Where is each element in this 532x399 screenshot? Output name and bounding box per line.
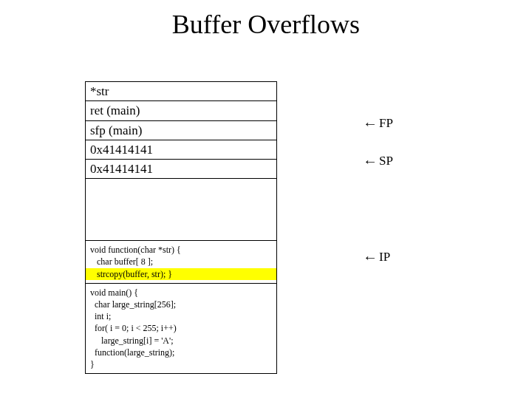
stack-table: *str ret (main) sfp (main) 0x41414141 0x… <box>85 81 277 374</box>
pointer-sp: ← SP <box>363 154 393 168</box>
code-line: void function(char *str) { <box>90 245 181 255</box>
pointer-label: FP <box>379 116 393 131</box>
cell-function-code: void function(char *str) { char buffer[ … <box>86 240 276 283</box>
cell-buf2: 0x41414141 <box>86 159 276 178</box>
arrow-left-icon: ← <box>363 250 378 265</box>
code-line: void main() { <box>90 287 138 298</box>
cell-main-code: void main() { char large_string[256]; in… <box>86 283 276 373</box>
code-line-highlight: strcopy(buffer, str); } <box>86 268 276 280</box>
pointer-label: IP <box>379 250 390 265</box>
code-line: for( i = 0; i < 255; i++) <box>90 323 177 333</box>
code-line: function(large_string); <box>90 347 174 358</box>
cell-buf1: 0x41414141 <box>86 140 276 159</box>
diagram: *str ret (main) sfp (main) 0x41414141 0x… <box>85 81 440 374</box>
arrow-left-icon: ← <box>363 116 378 131</box>
cell-str: *str <box>86 82 276 100</box>
pointer-fp: ← FP <box>363 116 393 131</box>
code-line: char large_string[256]; <box>90 299 176 310</box>
cell-gap <box>86 178 276 240</box>
arrow-left-icon: ← <box>363 154 378 168</box>
cell-ret: ret (main) <box>86 100 276 120</box>
code-line: int i; <box>90 311 111 321</box>
code-line: } <box>90 359 95 369</box>
page-title: Buffer Overflows <box>0 0 532 40</box>
cell-sfp: sfp (main) <box>86 120 276 140</box>
code-line: large_string[i] = 'A'; <box>90 335 174 346</box>
pointer-label: SP <box>379 154 393 168</box>
pointer-ip: ← IP <box>363 250 390 265</box>
code-line: char buffer[ 8 ]; <box>90 256 153 267</box>
